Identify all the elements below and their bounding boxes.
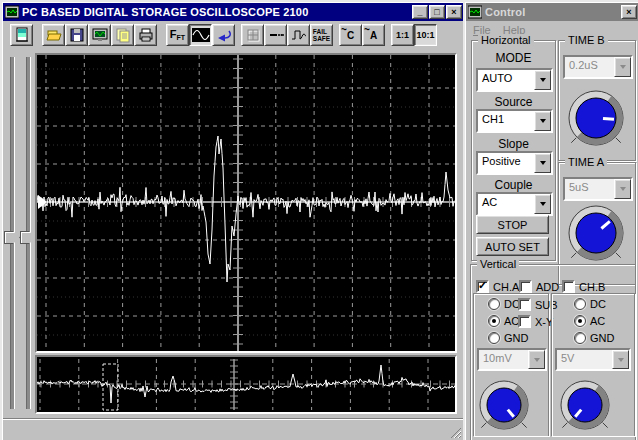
fft-button[interactable]: FFT	[166, 24, 189, 46]
exit-button[interactable]	[10, 24, 33, 46]
resize-grip[interactable]	[449, 426, 461, 438]
save-button[interactable]	[65, 24, 88, 46]
fail-safe-button[interactable]: FAILSAFE	[310, 24, 333, 46]
cha-gain-knob[interactable]	[471, 375, 537, 439]
maximize-button[interactable]: □	[429, 5, 445, 19]
main-titlebar[interactable]: PC BASED DIGITAL STORAGE OSCILLOSCOPE 21…	[3, 3, 464, 21]
mode-dropdown-button[interactable]	[534, 70, 551, 90]
time-a-knob[interactable]	[560, 200, 632, 270]
time-b-group: TIME B 0.2uS	[558, 40, 636, 161]
status-bar	[3, 418, 464, 440]
chevron-down-icon	[540, 119, 546, 123]
auto-set-button[interactable]: AUTO SET	[476, 237, 549, 256]
time-a-dropdown-button[interactable]	[614, 179, 631, 199]
cha-coupling-gnd[interactable]: GND	[488, 332, 528, 344]
chevron-down-icon	[620, 187, 626, 191]
copy-notes-button[interactable]	[111, 24, 134, 46]
cha-gnd-radio[interactable]	[488, 332, 500, 344]
xy-enable[interactable]: X-Y	[518, 315, 553, 328]
print-button[interactable]	[134, 24, 157, 46]
slope-combobox[interactable]: Positive	[476, 151, 553, 175]
stop-button[interactable]: STOP	[476, 215, 549, 234]
chb-gnd-label: GND	[590, 332, 614, 344]
cha-ac-label: AC	[504, 315, 519, 327]
chb-checkbox[interactable]	[562, 280, 575, 293]
chb-range-combobox[interactable]: 5V	[555, 348, 631, 371]
xy-checkbox[interactable]	[518, 315, 531, 328]
sweep-back-button[interactable]	[212, 24, 235, 46]
cha-enable[interactable]: CH.A	[476, 280, 519, 293]
chb-position-thumb[interactable]	[20, 231, 36, 244]
horizontal-group: Horizontal MODE AUTO Source CH1 Slope Po…	[471, 40, 556, 261]
calibrate-a-button[interactable]: ~A	[362, 24, 385, 46]
probe-1-1-button[interactable]: 1:1	[391, 24, 414, 46]
open-folder-icon	[46, 27, 62, 43]
time-a-value: 5uS	[565, 179, 614, 199]
grid-toggle-button[interactable]	[241, 24, 264, 46]
dash-dot-icon	[268, 27, 284, 43]
ratio-1-1-label: 1:1	[396, 31, 409, 40]
add-enable[interactable]: ADD	[519, 280, 559, 293]
chb-panel: DC AC GND 5V	[551, 293, 635, 436]
cha-range-combobox[interactable]: 10mV	[477, 348, 547, 371]
trigger-edge-button[interactable]	[287, 24, 310, 46]
couple-value: AC	[478, 194, 534, 214]
control-close-button[interactable]: ×	[621, 5, 637, 19]
time-b-knob[interactable]	[560, 85, 632, 155]
dotted-line-button[interactable]	[264, 24, 287, 46]
cha-gnd-label: GND	[504, 332, 528, 344]
mode-value: AUTO	[478, 70, 534, 90]
couple-combobox[interactable]: AC	[476, 192, 553, 216]
main-waveform-plot	[37, 55, 455, 351]
chb-range-dropdown-button[interactable]	[612, 350, 629, 369]
cha-coupling-ac[interactable]: AC	[488, 315, 519, 327]
source-combobox[interactable]: CH1	[476, 109, 553, 133]
time-a-combobox[interactable]: 5uS	[563, 177, 633, 201]
grid-icon	[245, 27, 261, 43]
exit-door-icon	[14, 27, 30, 43]
time-b-dropdown-button[interactable]	[614, 57, 631, 77]
desktop: PC BASED DIGITAL STORAGE OSCILLOSCOPE 21…	[0, 0, 638, 440]
couple-dropdown-button[interactable]	[534, 194, 551, 214]
time-b-group-label: TIME B	[565, 34, 608, 46]
add-checkbox[interactable]	[519, 280, 532, 293]
close-button[interactable]: ×	[446, 5, 462, 19]
cha-ac-radio[interactable]	[488, 315, 500, 327]
cha-range-dropdown-button[interactable]	[528, 350, 545, 369]
control-titlebar[interactable]: Control ×	[466, 3, 638, 21]
couple-label: Couple	[472, 178, 555, 192]
undo-arrow-icon	[216, 27, 232, 43]
time-b-combobox[interactable]: 0.2uS	[563, 55, 633, 79]
capture-screen-button[interactable]	[88, 24, 111, 46]
mode-combobox[interactable]: AUTO	[476, 68, 553, 92]
cha-position-thumb[interactable]	[4, 231, 20, 244]
minimize-button[interactable]: _	[412, 5, 428, 19]
add-checkbox-label: ADD	[536, 281, 559, 293]
chevron-down-icon	[540, 202, 546, 206]
sub-checkbox[interactable]	[518, 298, 531, 311]
chb-coupling-gnd[interactable]: GND	[574, 332, 614, 344]
chb-coupling-dc[interactable]: DC	[574, 298, 606, 310]
chb-ac-radio[interactable]	[574, 315, 586, 327]
probe-10-1-button[interactable]: 10:1	[414, 24, 437, 46]
cha-coupling-dc[interactable]: DC	[488, 298, 520, 310]
source-dropdown-button[interactable]	[534, 111, 551, 131]
slope-dropdown-button[interactable]	[534, 153, 551, 173]
chb-gain-knob[interactable]	[552, 375, 618, 439]
cha-checkbox[interactable]	[476, 280, 489, 293]
chevron-down-icon	[618, 358, 624, 362]
cha-range-value: 10mV	[479, 350, 528, 369]
calibrate-c-button[interactable]: ~C	[339, 24, 362, 46]
pulse-icon	[291, 27, 307, 43]
chb-range-value: 5V	[557, 350, 612, 369]
chb-enable[interactable]: CH.B	[562, 280, 605, 293]
waveform-display-button[interactable]	[189, 24, 212, 46]
cha-dc-radio[interactable]	[488, 298, 500, 310]
chb-dc-radio[interactable]	[574, 298, 586, 310]
open-file-button[interactable]	[42, 24, 65, 46]
chb-gnd-radio[interactable]	[574, 332, 586, 344]
main-scope-screen	[35, 53, 457, 353]
oscilloscope-window: PC BASED DIGITAL STORAGE OSCILLOSCOPE 21…	[0, 0, 467, 440]
chb-coupling-ac[interactable]: AC	[574, 315, 605, 327]
notes-icon	[115, 27, 131, 43]
